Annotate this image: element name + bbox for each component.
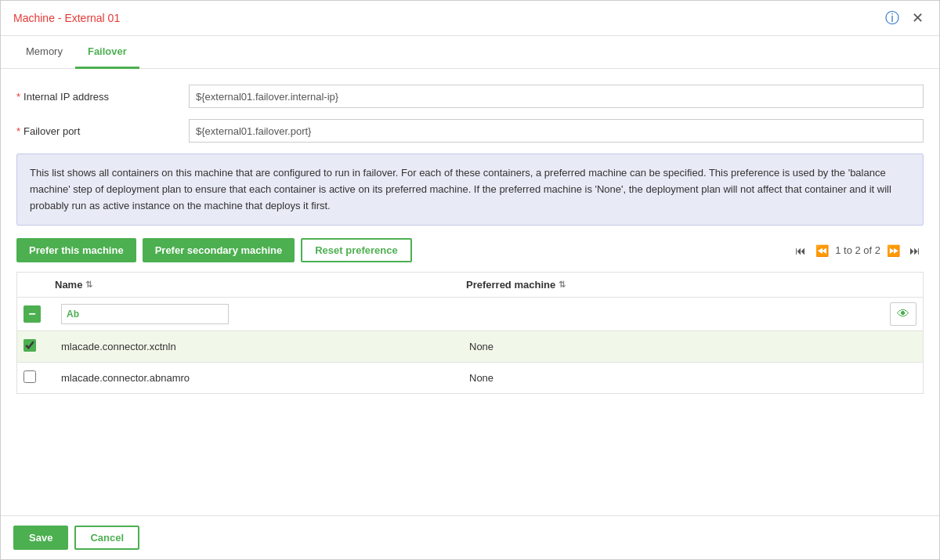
- failover-port-input[interactable]: [189, 119, 924, 143]
- tab-memory[interactable]: Memory: [13, 36, 75, 69]
- prev-page-button[interactable]: ⏪: [812, 243, 832, 258]
- footer: Save Cancel: [1, 515, 939, 559]
- tabs: Memory Failover: [1, 36, 939, 69]
- row2-name: mlacade.connector.abnamro: [55, 372, 469, 384]
- last-page-button[interactable]: ⏭: [906, 243, 924, 258]
- window-title: Machine - External 01: [13, 12, 120, 24]
- filter-checkbox-col: −: [24, 305, 55, 323]
- dialog: Machine - External 01 ⓘ ✕ Memory Failove…: [0, 0, 940, 560]
- title-name: External 01: [64, 12, 120, 24]
- filter-input-wrap: Ab: [61, 304, 229, 324]
- main-content: *Internal IP address *Failover port This…: [1, 69, 939, 515]
- prefer-this-machine-button[interactable]: Prefer this machine: [16, 238, 136, 262]
- filter-action-col: 👁: [877, 302, 916, 326]
- pagination: ⏮ ⏪ 1 to 2 of 2 ⏩ ⏭: [792, 243, 924, 258]
- name-sort-icon[interactable]: ⇅: [85, 280, 92, 290]
- header-name-col: Name ⇅: [55, 279, 466, 291]
- row1-checkbox-col: [24, 339, 55, 354]
- required-star: *: [16, 91, 20, 103]
- table-row: mlacade.connector.abnamro None: [17, 363, 923, 393]
- save-button[interactable]: Save: [13, 526, 68, 550]
- title-prefix: Machine: [13, 12, 55, 24]
- row2-preferred: None: [469, 372, 877, 384]
- first-page-button[interactable]: ⏮: [792, 243, 809, 258]
- container-table: Name ⇅ Preferred machine ⇅ − Ab: [16, 272, 924, 394]
- row1-checkbox[interactable]: [24, 339, 36, 352]
- row1-preferred: None: [469, 341, 877, 352]
- required-star-2: *: [16, 125, 20, 137]
- page-info: 1 to 2 of 2: [835, 244, 880, 256]
- title-separator: -: [55, 12, 64, 24]
- filter-minus-button[interactable]: −: [24, 305, 41, 323]
- failover-port-row: *Failover port: [16, 119, 924, 143]
- eye-icon: 👁: [897, 307, 909, 321]
- action-row: Prefer this machine Prefer secondary mac…: [16, 238, 924, 262]
- header-preferred-col: Preferred machine ⇅: [466, 279, 877, 291]
- internal-ip-row: *Internal IP address: [16, 85, 924, 108]
- preferred-sort-icon[interactable]: ⇅: [559, 280, 566, 290]
- eye-button[interactable]: 👁: [890, 302, 916, 326]
- cancel-button[interactable]: Cancel: [74, 526, 139, 550]
- table-header: Name ⇅ Preferred machine ⇅: [17, 273, 923, 298]
- row2-checkbox-col: [24, 370, 55, 385]
- col-name-label: Name: [55, 279, 82, 291]
- filter-name-col: Ab: [61, 304, 463, 324]
- info-box: This list shows all containers on this m…: [16, 154, 924, 226]
- title-actions: ⓘ ✕: [882, 7, 927, 29]
- name-filter-input[interactable]: [82, 309, 223, 320]
- next-page-button[interactable]: ⏩: [884, 243, 903, 258]
- row2-checkbox[interactable]: [24, 370, 36, 383]
- info-box-text: This list shows all containers on this m…: [30, 167, 891, 211]
- internal-ip-input[interactable]: [189, 85, 924, 108]
- close-button[interactable]: ✕: [909, 8, 927, 28]
- reset-preference-button[interactable]: Reset preference: [301, 238, 412, 262]
- col-preferred-label: Preferred machine: [466, 279, 555, 291]
- filter-ab-label: Ab: [67, 309, 79, 320]
- row1-name: mlacade.connector.xctnln: [55, 341, 469, 352]
- tab-failover[interactable]: Failover: [75, 36, 139, 69]
- internal-ip-label: *Internal IP address: [16, 91, 189, 103]
- table-row: mlacade.connector.xctnln None: [17, 331, 923, 363]
- failover-port-label: *Failover port: [16, 125, 189, 137]
- title-bar: Machine - External 01 ⓘ ✕: [1, 1, 939, 36]
- filter-row: − Ab 👁: [17, 298, 923, 331]
- info-button[interactable]: ⓘ: [882, 7, 902, 29]
- prefer-secondary-machine-button[interactable]: Prefer secondary machine: [143, 238, 295, 262]
